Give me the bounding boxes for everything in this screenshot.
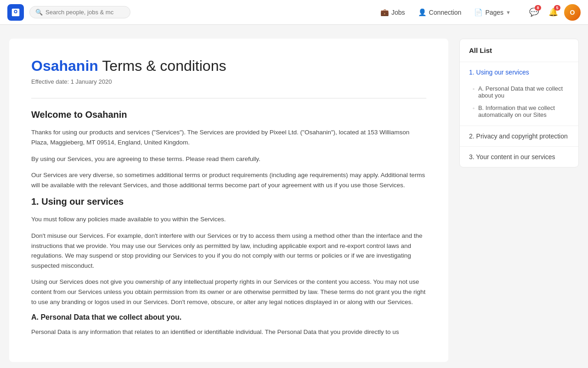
message-badge: 8 [535, 5, 541, 11]
sidebar-item-your-content[interactable]: 3. Your content in our services [460, 147, 578, 167]
nav-connection[interactable]: 👤 Connection [413, 6, 467, 19]
sidebar-sub-item-b[interactable]: ◦ B. Information that we collect automat… [460, 102, 578, 121]
divider [31, 98, 426, 98]
sub-bullet-b: ◦ [473, 105, 475, 111]
page-title: Osahanin Terms & conditions [31, 57, 426, 75]
section1-para-1: You must follow any policies made availa… [31, 214, 426, 224]
search-input[interactable] [45, 9, 124, 16]
welcome-para-3: Our Services are very diverse, so someti… [31, 170, 426, 190]
sub-bullet-a: ◦ [473, 86, 475, 92]
logo[interactable] [7, 4, 24, 21]
nav-jobs-label: Jobs [391, 9, 405, 16]
sidebar-section-2: 2. Privacy and copyright protection [460, 126, 578, 147]
sidebar-item-2-label: 2. Privacy and copyright protection [469, 132, 568, 140]
sidebar-section-3: 3. Your content in our services [460, 147, 578, 167]
sidebar-sub-items-1: ◦ A. Personal Data that we collect about… [460, 82, 578, 126]
sidebar-sub-item-b-label: B. Information that we collect automatic… [478, 104, 569, 118]
jobs-icon: 💼 [380, 8, 389, 17]
search-icon: 🔍 [35, 9, 43, 16]
nav-jobs[interactable]: 💼 Jobs [375, 6, 411, 19]
avatar-initials: O [570, 9, 575, 16]
welcome-para-2: By using our Services, you are agreeing … [31, 154, 426, 164]
sidebar: All List 1. Using our services ◦ A. Pers… [459, 39, 579, 362]
main-container: Osahanin Terms & conditions Effective da… [0, 25, 588, 368]
sidebar-sub-item-a[interactable]: ◦ A. Personal Data that we collect about… [460, 82, 578, 102]
effective-date: Effective date: 1 January 2020 [31, 78, 426, 85]
sidebar-item-1-label: 1. Using our services [469, 69, 529, 76]
connection-icon: 👤 [418, 8, 427, 17]
welcome-heading: Welcome to Osahanin [31, 109, 426, 120]
sidebar-item-privacy[interactable]: 2. Privacy and copyright protection [460, 126, 578, 146]
sidebar-item-using-services[interactable]: 1. Using our services [460, 62, 578, 82]
navbar: 🔍 💼 Jobs 👤 Connection 📄 Pages ▼ 💬 8 🔔 5 … [0, 0, 588, 25]
welcome-para-1: Thanks for using our products and servic… [31, 127, 426, 147]
messages-button[interactable]: 💬 8 [526, 4, 542, 21]
navbar-icons: 💬 8 🔔 5 O [526, 4, 581, 21]
nav-pages-label: Pages [485, 9, 503, 16]
nav-pages[interactable]: 📄 Pages ▼ [469, 6, 516, 19]
brand-name: Osahanin [31, 58, 98, 74]
user-avatar[interactable]: O [564, 4, 581, 21]
search-bar[interactable]: 🔍 [29, 6, 130, 18]
page-title-rest: Terms & conditions [98, 58, 226, 74]
pages-dropdown-icon: ▼ [506, 10, 511, 15]
section1-heading: 1. Using our services [31, 196, 426, 207]
section1-para-2: Don't misuse our Services. For example, … [31, 231, 426, 270]
notification-badge: 5 [554, 5, 560, 11]
main-nav: 💼 Jobs 👤 Connection 📄 Pages ▼ [375, 6, 516, 19]
section-a-heading: A. Personal Data that we collect about y… [31, 313, 426, 322]
section1-para-3: Using our Services does not give you own… [31, 277, 426, 307]
logo-icon [11, 7, 21, 17]
sidebar-card: All List 1. Using our services ◦ A. Pers… [459, 39, 579, 167]
sidebar-section-1: 1. Using our services ◦ A. Personal Data… [460, 62, 578, 126]
nav-connection-label: Connection [429, 9, 462, 16]
sidebar-item-3-label: 3. Your content in our services [469, 153, 555, 161]
content-area: Osahanin Terms & conditions Effective da… [9, 39, 448, 362]
sidebar-sub-item-a-label: A. Personal Data that we collect about y… [478, 85, 569, 99]
sidebar-header: All List [460, 39, 578, 62]
pages-icon: 📄 [474, 8, 483, 17]
notifications-button[interactable]: 🔔 5 [545, 4, 561, 21]
section-a-para-1: Personal Data is any information that re… [31, 327, 426, 337]
